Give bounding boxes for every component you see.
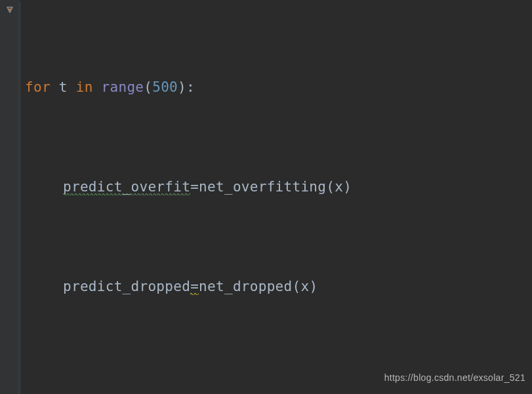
fold-marker-icon[interactable] — [5, 5, 16, 15]
code-editor: for t in range(500): predict_overfit=net… — [0, 0, 532, 394]
keyword-in: in — [76, 79, 93, 95]
code-line: predict_overfit=net_overfitting(x) — [25, 174, 532, 199]
editor-gutter — [0, 0, 19, 394]
code-block: for t in range(500): predict_overfit=net… — [25, 0, 532, 394]
number-500: 500 — [152, 79, 178, 95]
watermark-text: https://blog.csdn.net/exsolar_521 — [384, 365, 525, 390]
call-net-dropped: net_dropped — [199, 279, 292, 294]
builtin-range: range — [102, 79, 144, 95]
call-net-overfitting: net_overfitting — [199, 179, 326, 195]
keyword-for: for — [25, 79, 51, 95]
identifier-t: t — [59, 79, 68, 95]
code-line: predict_dropped=net_dropped(x) — [25, 274, 532, 299]
indent-guide — [20, 1, 20, 394]
var-predict-dropped: predict_dropped — [63, 279, 190, 294]
var-predict-overfit: predict_overfit — [63, 179, 190, 196]
code-line: for t in range(500): — [25, 75, 532, 100]
